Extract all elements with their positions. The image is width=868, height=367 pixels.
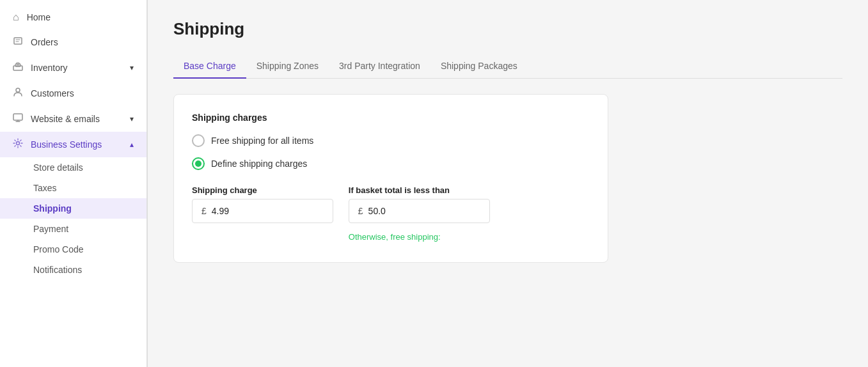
sidebar-item-inventory-label: Inventory bbox=[31, 63, 68, 73]
basket-total-input-wrapper: £ bbox=[349, 199, 490, 223]
sidebar-item-business-settings[interactable]: Business Settings ▴ bbox=[0, 132, 146, 157]
sidebar-item-inventory[interactable]: Inventory ▾ bbox=[0, 55, 146, 81]
sidebar-item-home-label: Home bbox=[27, 12, 51, 22]
customers-icon bbox=[13, 87, 23, 100]
sidebar-item-customers-label: Customers bbox=[31, 88, 74, 98]
shipping-charge-input-wrapper: £ bbox=[192, 199, 333, 223]
sidebar-item-business-settings-label: Business Settings bbox=[31, 139, 102, 150]
sidebar-item-orders[interactable]: Orders bbox=[0, 29, 146, 55]
main-content: Shipping Base Charge Shipping Zones 3rd … bbox=[148, 0, 868, 367]
shipping-charge-label: Shipping charge bbox=[192, 185, 333, 195]
sidebar-item-home[interactable]: ⌂ Home bbox=[0, 5, 146, 29]
orders-icon bbox=[13, 36, 23, 49]
shipping-charge-field-group: Shipping charge £ bbox=[192, 185, 333, 242]
tab-shipping-zones[interactable]: Shipping Zones bbox=[246, 54, 329, 79]
svg-point-6 bbox=[17, 142, 20, 145]
sidebar-item-store-details[interactable]: Store details bbox=[0, 157, 146, 178]
basket-total-currency: £ bbox=[358, 206, 363, 216]
page-title: Shipping bbox=[173, 19, 842, 39]
svg-rect-0 bbox=[14, 38, 22, 44]
sidebar-item-website-emails-label: Website & emails bbox=[31, 114, 100, 124]
radio-free-shipping-label: Free shipping for all items bbox=[211, 136, 313, 146]
shipping-charge-input[interactable] bbox=[212, 206, 324, 216]
website-chevron-icon: ▾ bbox=[130, 114, 134, 123]
sidebar-item-orders-label: Orders bbox=[31, 37, 58, 47]
free-shipping-note: Otherwise, free shipping: bbox=[349, 232, 490, 242]
shipping-fields-row: Shipping charge £ If basket total is les… bbox=[192, 185, 590, 242]
tabs-bar: Base Charge Shipping Zones 3rd Party Int… bbox=[173, 54, 842, 79]
settings-icon bbox=[13, 138, 23, 151]
sidebar-navigation: ⌂ Home Orders Inventory ▾ Customers bbox=[0, 0, 146, 285]
sidebar-item-shipping[interactable]: Shipping bbox=[0, 198, 146, 219]
basket-total-input[interactable] bbox=[368, 206, 480, 216]
inventory-chevron-icon: ▾ bbox=[130, 63, 134, 72]
radio-define-shipping[interactable]: Define shipping charges bbox=[192, 157, 590, 170]
home-icon: ⌂ bbox=[13, 12, 19, 23]
sidebar: ⌂ Home Orders Inventory ▾ Customers bbox=[0, 0, 147, 367]
sidebar-item-website-emails[interactable]: Website & emails ▾ bbox=[0, 106, 146, 132]
radio-define-shipping-circle bbox=[192, 157, 205, 170]
tab-base-charge[interactable]: Base Charge bbox=[173, 54, 246, 79]
sidebar-item-customers[interactable]: Customers bbox=[0, 81, 146, 106]
shipping-charges-section-title: Shipping charges bbox=[192, 113, 590, 123]
business-settings-subnav: Store details Taxes Shipping Payment Pro… bbox=[0, 157, 146, 280]
svg-rect-5 bbox=[13, 114, 22, 120]
sidebar-item-payment[interactable]: Payment bbox=[0, 219, 146, 239]
tab-shipping-packages[interactable]: Shipping Packages bbox=[430, 54, 528, 79]
sidebar-item-taxes[interactable]: Taxes bbox=[0, 178, 146, 198]
sidebar-item-promo-code[interactable]: Promo Code bbox=[0, 239, 146, 260]
business-settings-chevron-icon: ▴ bbox=[130, 140, 134, 149]
svg-point-4 bbox=[16, 88, 20, 92]
sidebar-item-notifications[interactable]: Notifications bbox=[0, 260, 146, 280]
basket-total-label: If basket total is less than bbox=[349, 185, 490, 195]
tab-3rd-party-integration[interactable]: 3rd Party Integration bbox=[329, 54, 430, 79]
radio-free-shipping[interactable]: Free shipping for all items bbox=[192, 134, 590, 147]
basket-total-field-group: If basket total is less than £ Otherwise… bbox=[349, 185, 490, 242]
shipping-charges-card: Shipping charges Free shipping for all i… bbox=[173, 94, 608, 263]
shipping-charge-currency: £ bbox=[201, 206, 207, 216]
inventory-icon bbox=[13, 61, 23, 74]
radio-free-shipping-circle bbox=[192, 134, 205, 147]
shipping-radio-group: Free shipping for all items Define shipp… bbox=[192, 134, 590, 170]
radio-define-shipping-label: Define shipping charges bbox=[211, 159, 307, 169]
website-icon bbox=[13, 113, 23, 125]
